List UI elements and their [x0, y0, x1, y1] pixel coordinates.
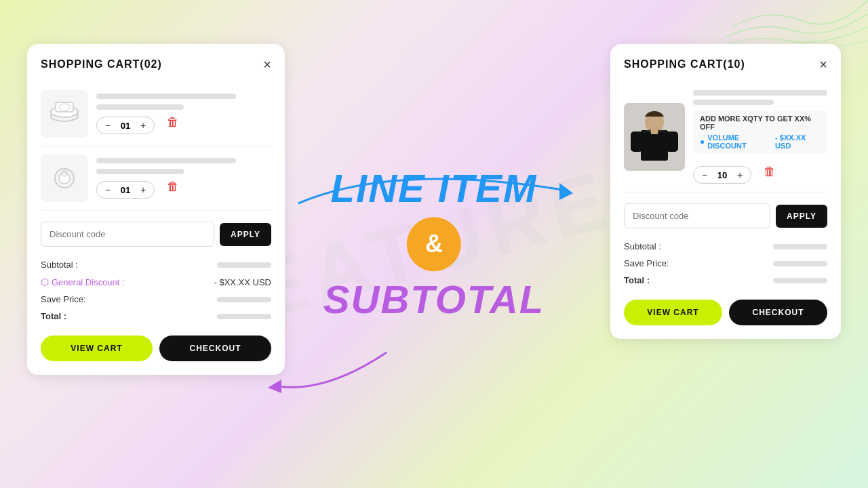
svg-point-7 — [59, 173, 70, 184]
left-cart-close-button[interactable]: × — [263, 58, 271, 71]
item-1-name-placeholder — [96, 94, 236, 99]
right-item-qty-decrease[interactable]: − — [699, 169, 710, 180]
item-1-price-placeholder — [96, 104, 184, 110]
item-1-details: − 01 + 🗑 — [96, 94, 271, 134]
center-promo: LINE ITEM & SUBTOTAL — [323, 167, 545, 321]
item-2-delete-button[interactable]: 🗑 — [167, 180, 179, 194]
left-total-label: Total : — [41, 311, 66, 321]
right-subtotal-label: Subtotal : — [624, 241, 661, 251]
line-item-heading: LINE ITEM — [323, 167, 545, 210]
right-save-price-label: Save Price: — [624, 258, 669, 268]
svg-marker-1 — [268, 380, 281, 393]
right-item-qty-increase[interactable]: + — [734, 169, 745, 180]
left-discount-input[interactable] — [41, 222, 214, 247]
right-save-price-row: Save Price: — [624, 255, 827, 272]
left-apply-button[interactable]: APPLY — [220, 223, 271, 246]
svg-marker-0 — [559, 183, 573, 200]
left-general-discount-value: - $XX.XX USD — [214, 277, 271, 287]
right-total-row: Total : — [624, 272, 827, 289]
right-item-qty-control: − 10 + — [693, 166, 751, 184]
left-cart-panel: SHOPPING CART(02) × − 01 + 🗑 — [27, 44, 285, 375]
left-discount-row: ⬡ General Discount : - $XX.XX USD — [41, 273, 271, 291]
left-totals-section: Subtotal : ⬡ General Discount : - $XX.XX… — [41, 256, 271, 325]
left-checkout-button[interactable]: CHECKOUT — [159, 336, 271, 361]
left-subtotal-row: Subtotal : — [41, 256, 271, 273]
svg-rect-15 — [651, 129, 658, 134]
right-discount-input[interactable] — [624, 203, 770, 228]
right-cart-title: SHOPPING CART(10) — [624, 58, 745, 70]
subtotal-heading: SUBTOTAL — [323, 278, 545, 321]
right-action-buttons: VIEW CART CHECKOUT — [624, 300, 827, 325]
left-cart-header: SHOPPING CART(02) × — [41, 58, 271, 71]
left-view-cart-button[interactable]: VIEW CART — [41, 336, 153, 361]
right-item-price-placeholder — [693, 100, 774, 105]
left-subtotal-label: Subtotal : — [41, 260, 78, 270]
right-cart-item: ADD MORE XQTY TO GET XX% OFF ● VOLUME DI… — [624, 82, 827, 192]
right-apply-button[interactable]: APPLY — [776, 205, 827, 228]
svg-rect-13 — [631, 131, 643, 152]
item-1-image — [41, 90, 88, 138]
left-total-row: Total : — [41, 308, 271, 325]
left-cart-item-1: − 01 + 🗑 — [41, 82, 271, 146]
right-cart-close-button[interactable]: × — [819, 58, 827, 71]
right-total-value — [773, 278, 827, 283]
right-discount-section: APPLY — [624, 203, 827, 228]
right-total-label: Total : — [624, 275, 650, 285]
item-1-qty-increase[interactable]: + — [138, 120, 149, 131]
right-item-qty-value: 10 — [715, 170, 729, 180]
item-2-image — [41, 155, 88, 202]
item-2-qty-increase[interactable]: + — [138, 184, 149, 195]
item-1-qty-decrease[interactable]: − — [102, 120, 113, 131]
volume-discount-label: ● VOLUME DISCOUNT — [700, 134, 775, 150]
left-action-buttons: VIEW CART CHECKOUT — [41, 336, 271, 361]
right-cart-header: SHOPPING CART(10) × — [624, 58, 827, 71]
left-subtotal-value — [217, 262, 271, 268]
right-item-name-placeholder — [693, 90, 827, 96]
item-2-details: − 01 + 🗑 — [96, 158, 271, 199]
item-1-qty-value: 01 — [119, 121, 132, 131]
item-1-delete-button[interactable]: 🗑 — [167, 115, 179, 129]
right-subtotal-row: Subtotal : — [624, 238, 827, 255]
item-2-qty-control: − 01 + — [96, 181, 155, 199]
left-cart-item-2: − 01 + 🗑 — [41, 146, 271, 211]
left-save-price-row: Save Price: — [41, 291, 271, 308]
ampersand-badge: & — [407, 217, 461, 271]
item-2-name-placeholder — [96, 158, 236, 163]
svg-rect-14 — [666, 131, 678, 152]
item-2-price-placeholder — [96, 169, 184, 174]
right-subtotal-value — [773, 244, 827, 249]
svg-rect-11 — [641, 130, 668, 161]
right-item-delete-button[interactable]: 🗑 — [764, 165, 776, 179]
volume-discount-row: ● VOLUME DISCOUNT - $XX.XX USD — [700, 134, 821, 150]
right-checkout-button[interactable]: CHECKOUT — [729, 300, 827, 325]
item-2-qty-value: 01 — [119, 185, 132, 195]
volume-banner: ADD MORE XQTY TO GET XX% OFF ● VOLUME DI… — [693, 110, 827, 154]
left-save-price-value — [217, 297, 271, 302]
left-cart-title: SHOPPING CART(02) — [41, 58, 162, 70]
volume-discount-value: - $XX.XX USD — [775, 134, 821, 150]
left-discount-section: APPLY — [41, 222, 271, 247]
right-item-image — [624, 103, 685, 171]
right-view-cart-button[interactable]: VIEW CART — [624, 300, 722, 325]
right-totals-section: Subtotal : Save Price: Total : — [624, 238, 827, 289]
right-save-price-value — [773, 261, 827, 266]
left-total-value — [217, 314, 271, 319]
item-2-qty-decrease[interactable]: − — [102, 184, 113, 195]
right-cart-panel: SHOPPING CART(10) × — [610, 44, 841, 339]
item-1-qty-control: − 01 + — [96, 117, 155, 134]
right-item-details: ADD MORE XQTY TO GET XX% OFF ● VOLUME DI… — [693, 90, 827, 184]
left-save-price-label: Save Price: — [41, 294, 85, 304]
left-general-discount-label: ⬡ General Discount : — [41, 277, 125, 287]
